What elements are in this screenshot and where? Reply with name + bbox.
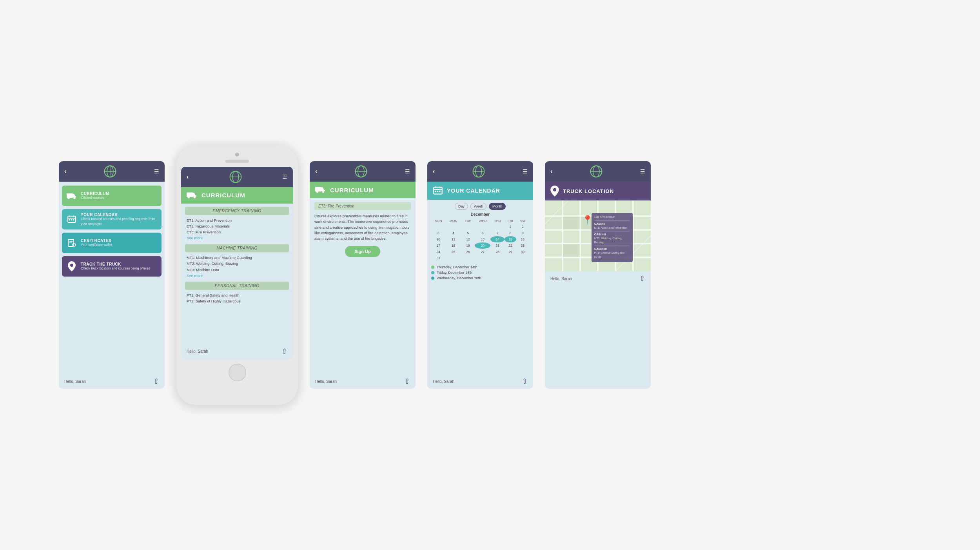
- svg-rect-46: [439, 191, 440, 192]
- phone-frame: ‹ ☰: [176, 146, 298, 405]
- cal-day[interactable]: [446, 224, 461, 230]
- cal-day[interactable]: 11: [446, 236, 461, 242]
- course-item[interactable]: ET3: Fire Prevention: [187, 229, 287, 235]
- cal-day[interactable]: 7: [490, 230, 505, 236]
- cal-day[interactable]: 13: [475, 236, 490, 242]
- cal-day[interactable]: 27: [475, 249, 490, 255]
- cal-day[interactable]: 31: [431, 255, 446, 261]
- calendar-banner: YOUR CALENDAR: [427, 182, 533, 200]
- cal-day[interactable]: 9: [516, 230, 529, 236]
- hamburger-icon[interactable]: ☰: [154, 168, 159, 175]
- cal-day[interactable]: 30: [516, 249, 529, 255]
- cal-day[interactable]: 28: [490, 249, 505, 255]
- home-icon[interactable]: ⇧: [153, 377, 159, 386]
- tab-week[interactable]: Week: [470, 203, 486, 210]
- home-icon-s4[interactable]: ⇧: [522, 377, 528, 386]
- svg-rect-13: [69, 219, 70, 220]
- menu-item-certificates[interactable]: CERTIFICATES Your certificate wallet: [62, 233, 162, 253]
- tab-day[interactable]: Day: [455, 203, 468, 210]
- cal-day[interactable]: [431, 224, 446, 230]
- cal-day[interactable]: 6: [475, 230, 490, 236]
- see-more-machine[interactable]: See more: [187, 273, 287, 279]
- footer-greeting-s4: Hello, Sarah: [433, 379, 454, 384]
- course-item[interactable]: PT1: General Safety and Health: [187, 292, 287, 298]
- truck-icon: [66, 190, 78, 202]
- hamburger-icon-s5[interactable]: ☰: [640, 168, 645, 175]
- svg-rect-15: [73, 219, 74, 220]
- tab-month[interactable]: Month: [489, 203, 506, 210]
- screen4-footer: Hello, Sarah ⇧: [427, 374, 533, 389]
- cal-day[interactable]: 21: [490, 242, 505, 249]
- cal-day[interactable]: [490, 224, 505, 230]
- screen5-footer: Hello, Sarah ⇧: [545, 271, 651, 286]
- course-item[interactable]: PT2: Safety of Highly Hazardous: [187, 298, 287, 304]
- back-icon-s3[interactable]: ‹: [315, 168, 317, 175]
- svg-rect-41: [436, 186, 436, 188]
- course-item[interactable]: MT2: Welding, Cutting, Brazing: [187, 260, 287, 266]
- hamburger-icon-s3[interactable]: ☰: [405, 168, 410, 175]
- menu-item-calendar[interactable]: YOUR CALENDAR Check booked courses and p…: [62, 209, 162, 229]
- cal-day[interactable]: 2: [516, 224, 529, 230]
- location-address: 125 47th avenue: [594, 215, 630, 219]
- home-icon-s3[interactable]: ⇧: [404, 377, 410, 386]
- screen1-home: ‹ ☰: [59, 161, 165, 389]
- cal-day[interactable]: 17: [431, 242, 446, 249]
- dow-sat: SAT: [516, 218, 529, 224]
- cal-day[interactable]: 25: [446, 249, 461, 255]
- section-emergency: EMERGENCY TRAINING: [185, 207, 289, 215]
- see-more-emergency[interactable]: See more: [187, 235, 287, 241]
- back-icon[interactable]: ‹: [64, 168, 66, 175]
- back-icon-s4[interactable]: ‹: [433, 168, 435, 175]
- cal-day[interactable]: 1: [505, 224, 516, 230]
- screen3-detail: ‹ ☰ CURRICULUM ET3: Fire Prevention Cour…: [310, 161, 416, 389]
- cal-day[interactable]: 10: [431, 236, 446, 242]
- cal-day[interactable]: 24: [431, 249, 446, 255]
- hamburger-icon-s2[interactable]: ☰: [282, 174, 287, 180]
- screen3-footer: Hello, Sarah ⇧: [310, 374, 416, 389]
- certificates-text: CERTIFICATES Your certificate wallet: [81, 239, 112, 247]
- cal-day[interactable]: [475, 224, 490, 230]
- event-item[interactable]: Thursday, December 14th: [431, 264, 529, 270]
- cal-day[interactable]: 3: [431, 230, 446, 236]
- menu-item-curriculum[interactable]: CURRICULUM Offered courses: [62, 186, 162, 206]
- certificate-icon: [66, 237, 78, 249]
- course-item[interactable]: MT1: Machinery and Machine Guarding: [187, 255, 287, 260]
- curriculum-banner-s3: CURRICULUM: [310, 182, 416, 198]
- track-text: TRACK THE TRUCK Check truck location and…: [81, 262, 150, 271]
- cal-day[interactable]: 4: [446, 230, 461, 236]
- back-icon-s2[interactable]: ‹: [187, 173, 189, 180]
- signup-button[interactable]: Sign Up: [345, 246, 380, 257]
- cal-day[interactable]: 23: [516, 242, 529, 249]
- cal-day[interactable]: 8: [505, 230, 516, 236]
- hamburger-icon-s4[interactable]: ☰: [523, 168, 528, 175]
- cal-day-highlight[interactable]: 14: [490, 236, 505, 242]
- cal-day[interactable]: 19: [461, 242, 475, 249]
- cal-day[interactable]: 12: [461, 236, 475, 242]
- phone-home-button[interactable]: [229, 364, 246, 381]
- course-item[interactable]: ET2: Hazardous Materials: [187, 223, 287, 229]
- cal-day[interactable]: 22: [505, 242, 516, 249]
- cal-day-highlight[interactable]: 15: [505, 236, 516, 242]
- menu-item-track[interactable]: TRACK THE TRUCK Check truck location and…: [62, 256, 162, 277]
- calendar-grid: SUN MON TUE WED THU FRI SAT: [431, 218, 529, 261]
- cal-day[interactable]: 29: [505, 249, 516, 255]
- home-icon-s5[interactable]: ⇧: [639, 274, 645, 283]
- logo-icon-s4: [472, 165, 485, 178]
- cal-day[interactable]: 5: [461, 230, 475, 236]
- event-label: Wednesday, December 20th: [437, 276, 481, 280]
- event-item[interactable]: Friday, December 15th: [431, 270, 529, 275]
- home-icon-s2[interactable]: ⇧: [281, 347, 287, 356]
- back-icon-s5[interactable]: ‹: [550, 168, 552, 175]
- event-item[interactable]: Wednesday, December 20th: [431, 275, 529, 281]
- cal-day[interactable]: [461, 224, 475, 230]
- map-area[interactable]: 📍 125 47th avenue CABIN I ET1: Action an…: [545, 200, 651, 271]
- course-item[interactable]: ET1: Action and Prevention: [187, 217, 287, 223]
- cal-day[interactable]: 16: [516, 236, 529, 242]
- cal-day[interactable]: 26: [461, 249, 475, 255]
- course-item[interactable]: MT3: Machine Data: [187, 267, 287, 273]
- cal-day[interactable]: 18: [446, 242, 461, 249]
- cal-day-highlight[interactable]: 20: [475, 242, 490, 249]
- screen2-footer: Hello, Sarah ⇧: [181, 344, 293, 359]
- event-dot: [431, 271, 434, 274]
- svg-rect-11: [73, 215, 74, 217]
